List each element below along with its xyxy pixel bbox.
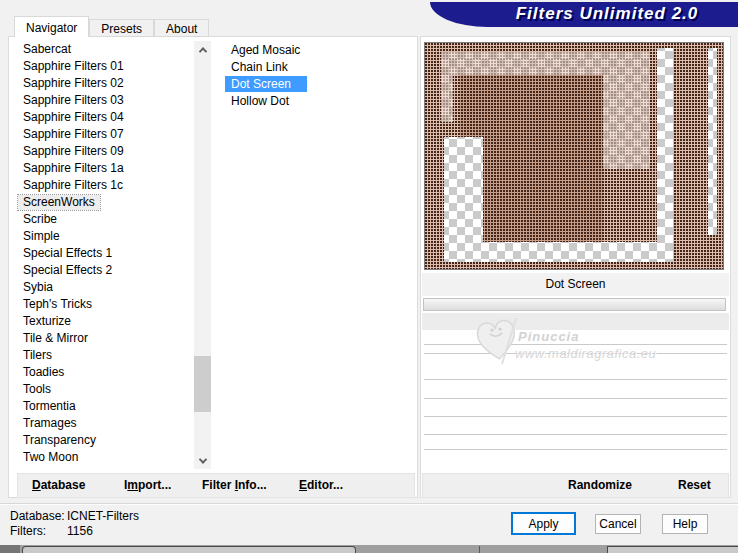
editor-button[interactable]: Editor... <box>299 478 343 492</box>
reset-button[interactable]: Reset <box>678 478 711 492</box>
category-label: Sapphire Filters 09 <box>18 144 129 159</box>
filters-count-label: Filters: <box>10 524 67 539</box>
randomize-button[interactable]: Randomize <box>568 478 632 492</box>
tab[interactable]: Navigator <box>14 16 89 37</box>
tab[interactable]: About <box>154 19 209 37</box>
watermark-url: www.maldiragrafica.eu <box>515 346 656 361</box>
title-banner: Filters Unlimited 2.0 <box>430 2 738 27</box>
category-list-item[interactable]: Sybia <box>15 279 193 296</box>
category-label: Transparency <box>18 433 101 448</box>
tab-label: Navigator <box>26 21 77 35</box>
category-list-item[interactable]: Sapphire Filters 04 <box>15 109 193 126</box>
category-label: Tilers <box>18 348 57 363</box>
category-label: Special Effects 2 <box>18 263 117 278</box>
background-window-edge <box>0 545 738 553</box>
category-label: Scribe <box>18 212 62 227</box>
parameter-groove <box>424 434 727 436</box>
category-list-item[interactable]: Special Effects 2 <box>15 262 193 279</box>
category-label: Two Moon <box>18 450 83 465</box>
category-list-item[interactable]: Tilers <box>15 347 193 364</box>
chevron-down-icon <box>198 455 206 463</box>
preview-transparent-band-bottom <box>444 242 673 262</box>
database-status-value: ICNET-Filters <box>67 509 139 524</box>
category-list-item[interactable]: Sapphire Filters 02 <box>15 75 193 92</box>
category-label: Tile & Mirror <box>18 331 93 346</box>
progress-bar <box>423 298 726 311</box>
filter-label: Dot Screen <box>225 76 307 92</box>
category-label: Tormentia <box>18 399 81 414</box>
status-area: Database: ICNET-Filters Filters: 1156 <box>10 509 139 539</box>
chevron-up-icon <box>198 47 206 55</box>
category-list-item[interactable]: Sapphire Filters 03 <box>15 92 193 109</box>
watermark-name: Pinuccia <box>518 329 579 344</box>
database-button[interactable]: Database <box>32 478 85 492</box>
category-label: Sybia <box>18 280 58 295</box>
category-list-item[interactable]: Tramages <box>15 415 193 432</box>
filter-list-item[interactable]: Dot Screen <box>225 76 415 93</box>
category-list-item[interactable]: Teph's Tricks <box>15 296 193 313</box>
cancel-button[interactable]: Cancel <box>595 514 641 534</box>
background-window-frame <box>607 546 738 553</box>
category-list-item[interactable]: Sapphire Filters 09 <box>15 143 193 160</box>
category-label: Texturize <box>18 314 76 329</box>
preview-panel: Dot Screen Pinuccia www.maldiragrafica.e… <box>420 36 731 498</box>
category-label: Teph's Tricks <box>18 297 97 312</box>
category-scrollbar[interactable] <box>194 41 211 469</box>
category-list-item[interactable]: Two Moon <box>15 449 193 466</box>
category-list-item[interactable]: Tile & Mirror <box>15 330 193 347</box>
help-button[interactable]: Help <box>662 514 708 534</box>
tab[interactable]: Presets <box>89 19 154 37</box>
category-label: Sapphire Filters 1a <box>18 161 129 176</box>
filter-name-caption: Dot Screen <box>422 273 729 296</box>
category-list-item[interactable]: Simple <box>15 228 193 245</box>
category-list-item[interactable]: Sapphire Filters 01 <box>15 58 193 75</box>
category-list-item[interactable]: Sabercat <box>15 41 193 58</box>
parameter-header-band <box>422 313 729 330</box>
category-label: ScreenWorks <box>18 195 100 210</box>
filters-unlimited-dialog: Filters Unlimited 2.0 Navigator Presets … <box>0 0 738 553</box>
apply-button[interactable]: Apply <box>511 512 576 535</box>
preview-semi-strip-left <box>441 52 453 122</box>
category-list-item[interactable]: Texturize <box>15 313 193 330</box>
category-label: Sapphire Filters 04 <box>18 110 129 125</box>
background-window-corner <box>0 545 20 553</box>
category-label: Tramages <box>18 416 82 431</box>
category-label: Toadies <box>18 365 69 380</box>
filter-label: Aged Mosaic <box>225 42 306 58</box>
parameter-groove <box>424 449 727 451</box>
category-label: Sapphire Filters 07 <box>18 127 129 142</box>
filter-list: Aged Mosaic Chain Link Dot Screen Hollow… <box>225 42 415 110</box>
filter-preview-image <box>424 42 724 270</box>
preview-transparent-strip-right1 <box>657 48 673 262</box>
category-list-item[interactable]: Transparency <box>15 432 193 449</box>
scroll-down-button[interactable] <box>194 452 211 469</box>
category-list-item[interactable]: Tools <box>15 381 193 398</box>
category-list-item[interactable]: Special Effects 1 <box>15 245 193 262</box>
category-label: Sapphire Filters 02 <box>18 76 129 91</box>
tab-label: Presets <box>101 22 142 36</box>
filter-list-item[interactable]: Aged Mosaic <box>225 42 415 59</box>
filter-label: Hollow Dot <box>225 93 295 109</box>
bottom-separator <box>0 503 738 505</box>
import-button[interactable]: Import... <box>124 478 171 492</box>
category-list-item[interactable]: Sapphire Filters 1a <box>15 160 193 177</box>
preview-semi-band-top <box>441 52 650 75</box>
category-list-item[interactable]: Tormentia <box>15 398 193 415</box>
category-list-item[interactable]: ScreenWorks <box>15 194 193 211</box>
filter-info-button[interactable]: Filter Info... <box>202 478 267 492</box>
category-list-item[interactable]: Scribe <box>15 211 193 228</box>
category-list: Sabercat Sapphire Filters 01 Sapphire Fi… <box>15 41 193 469</box>
category-list-item[interactable]: Sapphire Filters 1c <box>15 177 193 194</box>
preview-semi-block-right <box>603 75 650 169</box>
parameter-groove <box>424 398 727 400</box>
scrollbar-thumb[interactable] <box>194 356 211 412</box>
category-label: Tools <box>18 382 56 397</box>
filter-list-item[interactable]: Chain Link <box>225 59 415 76</box>
category-list-item[interactable]: Toadies <box>15 364 193 381</box>
filter-list-item[interactable]: Hollow Dot <box>225 93 415 110</box>
scroll-up-button[interactable] <box>194 41 211 58</box>
category-list-item[interactable]: Sapphire Filters 07 <box>15 126 193 143</box>
category-label: Special Effects 1 <box>18 246 117 261</box>
randomize-toolbar: Randomize Reset <box>422 473 729 498</box>
category-label: Sabercat <box>18 42 76 57</box>
